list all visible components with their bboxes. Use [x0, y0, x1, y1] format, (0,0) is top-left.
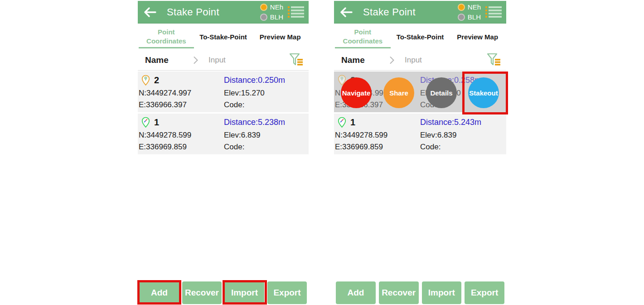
neh-radio-icon [260, 4, 267, 11]
search-field-selector[interactable]: Name [145, 55, 189, 65]
page-title: Stake Point [167, 6, 219, 18]
point-northing: N:3449278.599 [335, 131, 387, 140]
filter-bar: Name [334, 50, 506, 71]
point-list: 2 N:3449274.997 E:336966.397 Distance:0.… [334, 71, 506, 156]
tab-to-stake-point[interactable]: To-Stake-Point [195, 24, 252, 50]
tab-preview-map[interactable]: Preview Map [252, 24, 309, 50]
tab-to-stake-point[interactable]: To-Stake-Point [392, 24, 449, 50]
back-button[interactable] [339, 5, 354, 20]
orange-pin-icon [141, 75, 150, 86]
blh-radio-icon [458, 14, 465, 21]
point-northing: N:3449278.599 [139, 131, 191, 140]
tab-point-coordinates[interactable]: Point Coordinates [334, 24, 392, 50]
blh-label: BLH [270, 13, 283, 21]
left-screenshot-panel: Stake Point NEh BLH Point Coordinates To… [138, 1, 309, 305]
filter-icon[interactable] [288, 52, 303, 69]
point-row-2[interactable]: 2 N:3449274.997 E:336966.397 Distance:0.… [138, 71, 309, 112]
point-row-1[interactable]: 1 N:3449278.599 E:336969.859 Distance:5.… [138, 114, 309, 154]
footer-button-bar: Add Recover Import Export [334, 281, 506, 304]
point-name: 2 [154, 75, 159, 86]
point-easting: E:336969.859 [139, 143, 187, 152]
search-input[interactable] [405, 56, 468, 65]
navigate-button[interactable]: Navigate [341, 77, 372, 108]
back-arrow-icon [143, 7, 157, 18]
import-button[interactable]: Import [225, 281, 264, 304]
point-code: Code: [224, 100, 244, 110]
chevron-right-icon [193, 56, 199, 64]
stakeout-button[interactable]: Stakeout [468, 77, 499, 108]
point-elevation: Elev:15.270 [224, 89, 265, 98]
app-bar: Stake Point NEh BLH [334, 1, 506, 24]
back-arrow-icon [339, 7, 353, 18]
point-elevation: Elev:6.839 [420, 131, 456, 140]
point-row-1[interactable]: 1 N:3449278.599 E:336969.859 Distance:5.… [334, 114, 506, 154]
point-row-2-selected[interactable]: 2 N:3449274.997 E:336966.397 Distance:0.… [334, 71, 506, 112]
export-button[interactable]: Export [465, 281, 504, 304]
point-easting: E:336969.859 [335, 143, 383, 152]
list-menu-icon[interactable] [288, 5, 304, 19]
point-elevation: Elev:6.839 [224, 131, 260, 140]
green-compass-pin-icon [141, 117, 150, 128]
point-distance: Distance:5.243m [420, 118, 481, 127]
point-list: 2 N:3449274.997 E:336966.397 Distance:0.… [138, 71, 309, 156]
tab-preview-map[interactable]: Preview Map [449, 24, 506, 50]
details-button[interactable]: Details [426, 77, 457, 108]
neh-radio-icon [458, 4, 465, 11]
import-button[interactable]: Import [422, 281, 462, 304]
app-bar: Stake Point NEh BLH [138, 1, 309, 24]
recover-button[interactable]: Recover [379, 281, 419, 304]
filter-bar: Name [138, 50, 309, 71]
list-menu-icon[interactable] [485, 5, 502, 19]
export-button[interactable]: Export [267, 281, 307, 304]
point-name: 1 [350, 117, 355, 128]
page-title: Stake Point [363, 6, 416, 18]
point-easting: E:336966.397 [139, 100, 187, 110]
tab-point-coordinates[interactable]: Point Coordinates [138, 24, 195, 50]
share-button[interactable]: Share [383, 77, 414, 108]
search-field-selector[interactable]: Name [341, 55, 385, 65]
back-button[interactable] [142, 5, 158, 20]
point-northing: N:3449274.997 [139, 89, 191, 98]
tab-bar: Point Coordinates To-Stake-Point Preview… [334, 24, 506, 50]
filter-icon[interactable] [485, 52, 501, 69]
active-tab-underline [335, 47, 391, 48]
chevron-right-icon [389, 56, 395, 64]
recover-button[interactable]: Recover [182, 281, 222, 304]
neh-label: NEh [468, 3, 481, 11]
coordinate-mode-toggle[interactable]: NEh BLH [260, 2, 283, 22]
coordinate-mode-toggle[interactable]: NEh BLH [458, 2, 481, 22]
neh-label: NEh [270, 3, 283, 11]
blh-label: BLH [468, 13, 481, 21]
search-input[interactable] [208, 56, 272, 65]
right-screenshot-panel: Stake Point NEh BLH Point Coordinates To… [334, 1, 506, 305]
add-button[interactable]: Add [140, 281, 179, 304]
point-distance: Distance:0.250m [224, 76, 285, 85]
point-distance: Distance:5.238m [224, 118, 285, 127]
blh-radio-icon [260, 14, 267, 21]
point-name: 1 [154, 117, 159, 128]
active-tab-underline [139, 47, 194, 48]
footer-button-bar: Add Recover Import Export [138, 281, 309, 304]
point-code: Code: [420, 143, 441, 152]
green-compass-pin-icon [338, 117, 346, 128]
tab-bar: Point Coordinates To-Stake-Point Preview… [138, 24, 309, 50]
point-code: Code: [224, 143, 244, 152]
add-button[interactable]: Add [336, 281, 376, 304]
